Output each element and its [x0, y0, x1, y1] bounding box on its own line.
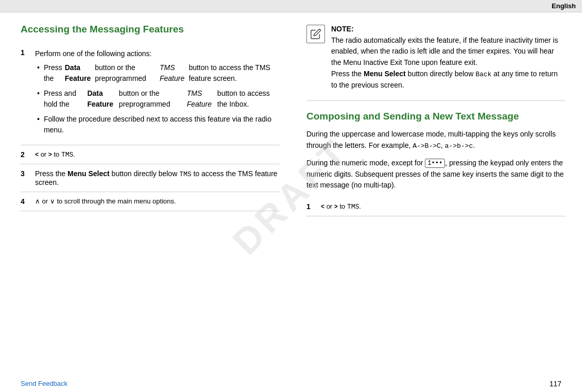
right-step-1-num: 1 [306, 202, 318, 211]
right-tms-label: TMS [347, 203, 359, 211]
key-1: 1••• [425, 159, 445, 168]
send-feedback-link[interactable]: Send Feedback [21, 380, 67, 388]
footer: Send Feedback 117 [0, 377, 582, 392]
right-column: NOTE: The radio automatically exits the … [292, 12, 582, 377]
left-column: Accessing the Messaging Features 1 Perfo… [0, 12, 292, 377]
step-1-num: 1 [21, 48, 32, 140]
bullet-2: Press and hold the Data Feature button o… [37, 88, 280, 110]
step-3-content: Press the Menu Select button directly be… [35, 169, 280, 186]
step-1-bullets: Press the Data Feature button or the pre… [35, 62, 280, 135]
step-2: 2 < or > to TMS. [21, 145, 280, 164]
right-step-1-content: < or > to TMS. [321, 202, 566, 211]
right-para-1: During the uppercase and lowercase mode,… [306, 129, 566, 151]
step-2-num: 2 [21, 150, 32, 159]
bullet-3: Follow the procedure described next to a… [37, 114, 280, 135]
right-para-2: During the numeric mode, except for 1•••… [306, 158, 566, 191]
content-area: Accessing the Messaging Features 1 Perfo… [0, 12, 582, 377]
language-bar: English [0, 0, 582, 12]
step-4-content: ∧ or ∨ to scroll through the main menu o… [35, 197, 280, 206]
step-2-content: < or > to TMS. [35, 150, 280, 159]
step-1-intro: Perform one of the following actions: [35, 48, 280, 59]
step-4-num: 4 [21, 197, 32, 206]
step-3: 3 Press the Menu Select button directly … [21, 164, 280, 192]
note-text: NOTE: The radio automatically exits the … [331, 24, 566, 91]
down-arrow: ∨ [50, 197, 55, 205]
language-label: English [552, 2, 576, 10]
tms-label: TMS [61, 151, 73, 159]
left-arrow: < [35, 151, 39, 158]
page-number: 117 [550, 380, 561, 388]
right-step-1: 1 < or > to TMS. [306, 197, 566, 216]
right-arrow: > [48, 151, 52, 158]
right-section-title: Composing and Sending a New Text Message [306, 110, 566, 123]
up-arrow: ∧ [35, 197, 40, 205]
bullet-1: Press the Data Feature button or the pre… [37, 62, 280, 84]
left-section-title: Accessing the Messaging Features [21, 24, 280, 35]
step-1-content: Perform one of the following actions: Pr… [35, 48, 280, 140]
step-1: 1 Perform one of the following actions: … [21, 43, 280, 145]
note-icon [306, 25, 325, 43]
step-4: 4 ∧ or ∨ to scroll through the main menu… [21, 192, 280, 211]
note-label: NOTE: [331, 25, 354, 33]
right-left-arrow: < [321, 203, 324, 210]
note-box: NOTE: The radio automatically exits the … [306, 24, 566, 101]
step-3-num: 3 [21, 169, 32, 186]
right-right-arrow: > [334, 203, 338, 210]
